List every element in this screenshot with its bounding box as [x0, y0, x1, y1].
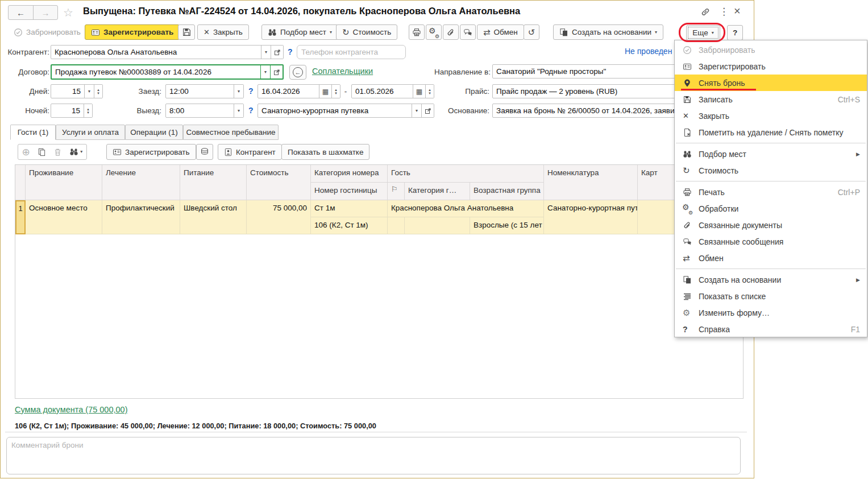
print-button[interactable]: [409, 24, 425, 40]
help-button[interactable]: ?: [727, 25, 743, 40]
voucher-type-field[interactable]: Санаторно-курортная путевка ▾: [258, 104, 434, 118]
column-header-cost[interactable]: Стоимость: [247, 165, 311, 200]
dropdown-button[interactable]: ▾: [234, 104, 243, 117]
cell-residence[interactable]: Основное место: [26, 200, 102, 234]
contract-field[interactable]: Продажа путевок №00003889 от 14.04.2026 …: [51, 64, 284, 80]
back-to-previous-button[interactable]: ←: [289, 65, 306, 80]
link-icon[interactable]: [700, 7, 711, 17]
save-button[interactable]: [178, 24, 195, 40]
days-field[interactable]: 15 ▾ ▴▾: [51, 84, 103, 98]
menu-item-register[interactable]: Зарегистрировать: [675, 58, 867, 75]
menu-item-seat-selection[interactable]: Подбор мест ▶: [675, 146, 867, 162]
contractor-phone-input[interactable]: [297, 45, 406, 59]
related-messages-button[interactable]: [460, 24, 476, 40]
calendar-button[interactable]: ▦: [319, 85, 331, 98]
copy-row-icon[interactable]: [38, 148, 46, 156]
cell-guest-name[interactable]: Красноперова Ольга Анатольевна: [388, 200, 544, 217]
column-header-flag[interactable]: ⚐: [388, 183, 405, 200]
menu-item-book[interactable]: Забронировать: [675, 42, 867, 58]
cell-flag[interactable]: [388, 217, 405, 234]
seat-selection-button[interactable]: Подбор мест ▾: [261, 24, 338, 40]
column-header-meals[interactable]: Питание: [180, 165, 247, 200]
calendar-button[interactable]: ▦: [413, 85, 425, 98]
register-button[interactable]: Зарегистрировать: [85, 24, 180, 40]
book-button[interactable]: Забронировать: [7, 24, 87, 40]
processing-button[interactable]: ⚙⚙: [426, 24, 442, 40]
spinner[interactable]: ▴▾: [84, 104, 92, 117]
menu-item-print[interactable]: Печать Ctrl+P: [675, 184, 867, 200]
find-seats-icon-button[interactable]: ▾: [69, 147, 82, 156]
more-dots-icon[interactable]: ⋮: [719, 6, 729, 18]
cell-guest-category[interactable]: [405, 217, 470, 234]
menu-item-mark-deletion[interactable]: Пометить на удаление / Снять пометку: [675, 124, 867, 141]
cell-nomenclature[interactable]: Санаторно-курортная путевка: [544, 200, 638, 234]
copayers-link[interactable]: Соплательщики: [312, 67, 373, 76]
menu-item-close[interactable]: ✕ Закрыть: [675, 108, 867, 124]
dropdown-button[interactable]: ▾: [261, 46, 271, 59]
cell-treatment[interactable]: Профилактический: [102, 200, 180, 234]
tab-guests[interactable]: Гости (1): [10, 125, 56, 140]
menu-item-cost[interactable]: ↻ Стоимость: [675, 162, 867, 179]
column-header-room-category[interactable]: Категория номера: [311, 165, 388, 183]
open-button[interactable]: [271, 46, 283, 59]
create-based-on-button[interactable]: Создать на основании ▾: [553, 24, 663, 40]
column-header-treatment[interactable]: Лечение: [102, 165, 180, 200]
menu-item-exchange[interactable]: ⇄ Обмен: [675, 250, 867, 266]
open-button[interactable]: [270, 65, 283, 79]
menu-item-related-documents[interactable]: Связанные документы: [675, 217, 867, 233]
spinner[interactable]: ▴▾: [331, 85, 340, 98]
add-row-icon[interactable]: ⊕: [22, 147, 30, 157]
dropdown-button[interactable]: ▾: [412, 104, 421, 117]
contractor-help-icon[interactable]: ?: [288, 45, 293, 59]
menu-item-change-form[interactable]: ⚙ Изменить форму…: [675, 304, 867, 321]
exchange-button[interactable]: ⇄ Обмен: [477, 24, 524, 40]
column-header-nomenclature[interactable]: Номенклатура: [544, 165, 638, 200]
grid-contractor-button[interactable]: Контрагент: [218, 144, 282, 160]
cell-hotel-room[interactable]: 106 (К2, Ст 1м): [311, 217, 388, 234]
column-header-rownum[interactable]: [15, 165, 26, 200]
dropdown-button[interactable]: ▾: [84, 85, 94, 98]
column-header-guest[interactable]: Гость: [388, 165, 544, 183]
dates-help-icon[interactable]: ?: [248, 84, 254, 98]
open-button[interactable]: [421, 104, 434, 117]
dropdown-button[interactable]: ▾: [234, 85, 243, 98]
row-number-cell[interactable]: 1: [15, 200, 26, 234]
tab-joint-stay[interactable]: Совместное пребывание: [183, 125, 279, 140]
cell-meals[interactable]: Шведский стол: [180, 200, 247, 234]
cost-button[interactable]: ↻ Стоимость: [336, 24, 397, 40]
history-button[interactable]: ↺: [524, 24, 539, 40]
menu-item-help[interactable]: ? Справка F1: [675, 321, 867, 337]
column-header-guest-category[interactable]: Категория г…: [405, 183, 470, 200]
spinner[interactable]: ▴▾: [425, 85, 434, 98]
forward-button[interactable]: →: [33, 6, 57, 19]
menu-item-processing[interactable]: ⚙⚙ Обработки: [675, 200, 867, 217]
checkin-time-field[interactable]: 12:00 ▾: [165, 84, 244, 98]
menu-item-create-based-on[interactable]: Создать на основании ▶: [675, 271, 867, 288]
menu-item-show-in-list[interactable]: Показать в списке: [675, 288, 867, 304]
cell-cost[interactable]: 75 000,00: [247, 200, 311, 234]
related-documents-button[interactable]: [443, 24, 459, 40]
dropdown-button[interactable]: ▾: [260, 65, 270, 79]
spinner[interactable]: ▴▾: [94, 85, 102, 98]
favorite-star-icon[interactable]: ☆: [63, 6, 73, 19]
voucher-help-icon[interactable]: ?: [248, 104, 254, 118]
back-button[interactable]: ←: [9, 6, 33, 19]
delete-row-icon[interactable]: [53, 148, 62, 156]
column-header-age-group[interactable]: Возрастная группа: [470, 183, 544, 200]
column-header-hotel-room[interactable]: Номер гостиницы: [311, 183, 388, 200]
menu-item-related-messages[interactable]: Связанные сообщения: [675, 233, 867, 250]
grid-register-button[interactable]: Зарегистрировать: [106, 144, 196, 160]
cell-room-category[interactable]: Ст 1м: [311, 200, 388, 217]
contractor-field[interactable]: Красноперова Ольга Анатольевна ▾: [51, 45, 284, 59]
column-header-residence[interactable]: Проживание: [26, 165, 102, 200]
checkout-time-field[interactable]: 8:00 ▾: [165, 104, 244, 118]
tab-services-payment[interactable]: Услуги и оплата: [56, 125, 125, 140]
show-in-chessboard-button[interactable]: Показать в шахматке: [281, 144, 369, 160]
close-document-button[interactable]: ✕ Закрыть: [197, 24, 249, 40]
close-icon[interactable]: ×: [734, 5, 741, 18]
not-posted-status[interactable]: Не проведен: [625, 47, 672, 56]
nights-field[interactable]: 15 ▴▾: [51, 104, 93, 118]
document-sum-link[interactable]: Сумма документа (75 000,00): [15, 405, 127, 414]
tab-operations[interactable]: Операции (1): [125, 125, 183, 140]
cell-age-group[interactable]: Взрослые (с 15 лет …: [470, 217, 544, 234]
